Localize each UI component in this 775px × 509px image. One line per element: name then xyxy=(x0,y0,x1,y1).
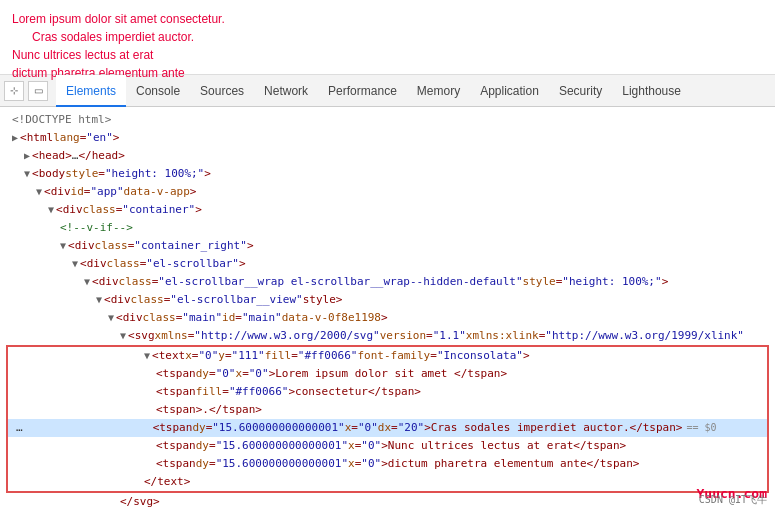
dom-line-head: ▶ <head>…</head> xyxy=(0,147,775,165)
arrow-icon: ▶ xyxy=(24,148,30,164)
arrow-icon xyxy=(120,328,126,344)
dom-line-container-right: <div class="container_right"> xyxy=(0,237,775,255)
tab-elements[interactable]: Elements xyxy=(56,75,126,107)
dom-line-tspan-2: <tspan fill="#ff0066">consectetur</tspan… xyxy=(8,383,767,401)
dom-line-el-scrollbar-view: <div class="el-scrollbar__view" style> xyxy=(0,291,775,309)
dollar-zero-badge: == $0 xyxy=(686,420,716,436)
tab-network[interactable]: Network xyxy=(254,75,318,107)
tab-memory[interactable]: Memory xyxy=(407,75,470,107)
arrow-icon xyxy=(60,238,66,254)
dom-line-html: ▶ <html lang="en"> xyxy=(0,129,775,147)
highlighted-dom-block: <text x="0" y="111" fill="#ff0066" font-… xyxy=(6,345,769,493)
dom-line-svg: <svg xmlns="http://www.w3.org/2000/svg" … xyxy=(0,327,775,345)
preview-line-2: Cras sodales imperdiet auctor. xyxy=(12,28,763,46)
dom-line-svg-close: </svg> xyxy=(0,493,775,509)
tab-console[interactable]: Console xyxy=(126,75,190,107)
dom-line-tspan-6: <tspan dy="15.600000000000001" x="0">dic… xyxy=(8,455,767,473)
tab-lighthouse[interactable]: Lighthouse xyxy=(612,75,691,107)
dom-line-main: <div class="main" id="main" data-v-0f8e1… xyxy=(0,309,775,327)
arrow-icon xyxy=(144,348,150,364)
dom-line-text-close: </text> xyxy=(8,473,767,491)
dom-line-div-app: <div id="app" data-v-app> xyxy=(0,183,775,201)
tab-security[interactable]: Security xyxy=(549,75,612,107)
dom-line-tspan-1: <tspan dy="0" x="0">Lorem ipsum dolor si… xyxy=(8,365,767,383)
dom-line-el-scrollbar: <div class="el-scrollbar"> xyxy=(0,255,775,273)
status-bar: CSDN @IT飞牛 xyxy=(691,491,775,509)
arrow-icon xyxy=(96,292,102,308)
arrow-icon xyxy=(84,274,90,290)
arrow-icon xyxy=(72,256,78,272)
tab-performance[interactable]: Performance xyxy=(318,75,407,107)
mobile-icon[interactable]: ▭ xyxy=(28,81,48,101)
tab-sources[interactable]: Sources xyxy=(190,75,254,107)
tab-icon-group: ⊹ ▭ xyxy=(4,81,48,101)
arrow-icon xyxy=(24,166,30,182)
dom-line-div-container: <div class="container"> xyxy=(0,201,775,219)
dom-line-body: <body style="height: 100%;"> xyxy=(0,165,775,183)
dom-line-tspan-5: <tspan dy="15.600000000000001" x="0">Nun… xyxy=(8,437,767,455)
dom-line-tspan-3: <tspan>.</tspan> xyxy=(8,401,767,419)
arrow-icon: ▶ xyxy=(12,130,18,146)
dom-line-el-scrollbar-wrap: <div class="el-scrollbar__wrap el-scroll… xyxy=(0,273,775,291)
arrow-icon xyxy=(108,310,114,326)
inspector-area: <!DOCTYPE html> ▶ <html lang="en"> ▶ <he… xyxy=(0,107,775,509)
tab-application[interactable]: Application xyxy=(470,75,549,107)
preview-line-1: Lorem ipsum dolor sit amet consectetur. xyxy=(12,10,763,28)
dom-line-comment: <!--v-if--> xyxy=(0,219,775,237)
dom-line-tspan-4-selected: … <tspan dy="15.600000000000001" x="0" d… xyxy=(8,419,767,437)
preview-line-3: Nunc ultrices lectus at erat xyxy=(12,46,763,64)
dom-line-text-open: <text x="0" y="111" fill="#ff0066" font-… xyxy=(8,347,767,365)
devtools-tab-bar: ⊹ ▭ Elements Console Sources Network Per… xyxy=(0,75,775,107)
preview-area: Lorem ipsum dolor sit amet consectetur. … xyxy=(0,0,775,75)
arrow-icon xyxy=(36,184,42,200)
arrow-icon xyxy=(48,202,54,218)
three-dots-icon: … xyxy=(16,420,23,436)
dom-line-doctype: <!DOCTYPE html> xyxy=(0,111,775,129)
cursor-icon[interactable]: ⊹ xyxy=(4,81,24,101)
